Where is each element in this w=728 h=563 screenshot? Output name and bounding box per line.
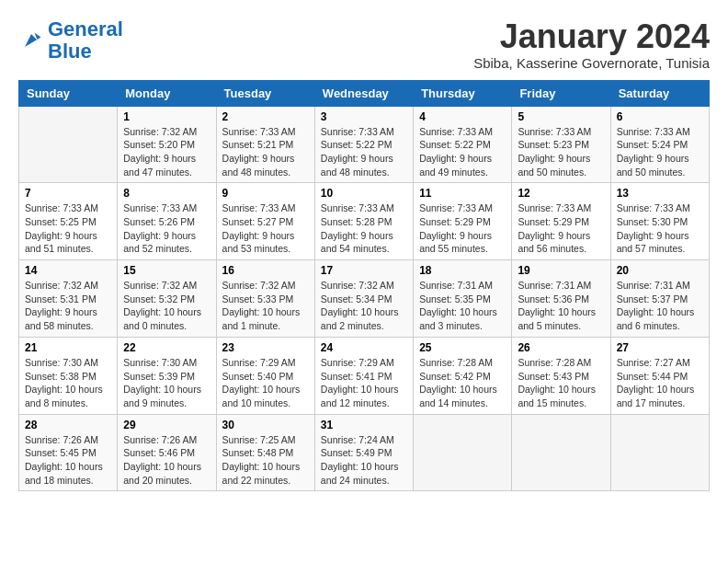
day-info: Sunrise: 7:28 AM Sunset: 5:43 PM Dayligh…: [518, 356, 604, 410]
day-info: Sunrise: 7:30 AM Sunset: 5:39 PM Dayligh…: [123, 356, 210, 410]
day-info: Sunrise: 7:33 AM Sunset: 5:24 PM Dayligh…: [617, 125, 703, 179]
calendar-cell: 8Sunrise: 7:33 AM Sunset: 5:26 PM Daylig…: [118, 183, 216, 260]
location-title: Sbiba, Kasserine Governorate, Tunisia: [473, 55, 710, 71]
day-info: Sunrise: 7:33 AM Sunset: 5:25 PM Dayligh…: [25, 201, 111, 256]
day-info: Sunrise: 7:24 AM Sunset: 5:49 PM Dayligh…: [321, 433, 407, 488]
day-number: 9: [222, 187, 309, 200]
day-number: 12: [518, 187, 604, 200]
calendar-cell: 26Sunrise: 7:28 AM Sunset: 5:43 PM Dayli…: [512, 337, 610, 414]
calendar-cell: 27Sunrise: 7:27 AM Sunset: 5:44 PM Dayli…: [610, 337, 709, 414]
calendar-cell: 20Sunrise: 7:31 AM Sunset: 5:37 PM Dayli…: [610, 260, 709, 338]
calendar-cell: 29Sunrise: 7:26 AM Sunset: 5:46 PM Dayli…: [118, 414, 216, 491]
day-number: 15: [123, 264, 210, 277]
calendar-table: SundayMondayTuesdayWednesdayThursdayFrid…: [18, 80, 710, 492]
day-info: Sunrise: 7:31 AM Sunset: 5:37 PM Dayligh…: [617, 279, 703, 333]
day-info: Sunrise: 7:25 AM Sunset: 5:48 PM Dayligh…: [222, 433, 309, 488]
day-info: Sunrise: 7:33 AM Sunset: 5:30 PM Dayligh…: [617, 201, 703, 256]
day-number: 22: [123, 341, 210, 354]
day-number: 6: [617, 110, 703, 123]
calendar-cell: [414, 414, 512, 491]
day-number: 21: [25, 341, 111, 354]
calendar-cell: 16Sunrise: 7:32 AM Sunset: 5:33 PM Dayli…: [216, 260, 314, 338]
day-number: 29: [123, 419, 210, 431]
calendar-cell: [19, 106, 118, 183]
title-block: January 2024 Sbiba, Kasserine Governorat…: [473, 18, 710, 71]
calendar-cell: 1Sunrise: 7:32 AM Sunset: 5:20 PM Daylig…: [118, 106, 216, 183]
day-number: 16: [222, 264, 309, 277]
day-info: Sunrise: 7:31 AM Sunset: 5:36 PM Dayligh…: [518, 279, 604, 333]
calendar-cell: 30Sunrise: 7:25 AM Sunset: 5:48 PM Dayli…: [216, 414, 314, 491]
week-row-1: 1Sunrise: 7:32 AM Sunset: 5:20 PM Daylig…: [19, 106, 710, 183]
day-number: 23: [222, 341, 309, 354]
day-number: 2: [222, 110, 309, 123]
day-info: Sunrise: 7:26 AM Sunset: 5:45 PM Dayligh…: [25, 433, 111, 488]
calendar-cell: [512, 414, 610, 491]
day-number: 1: [123, 110, 210, 123]
day-number: 10: [321, 187, 407, 200]
day-info: Sunrise: 7:31 AM Sunset: 5:35 PM Dayligh…: [419, 279, 506, 333]
day-number: 19: [518, 264, 604, 277]
day-number: 5: [518, 110, 604, 123]
day-info: Sunrise: 7:33 AM Sunset: 5:27 PM Dayligh…: [222, 201, 309, 256]
day-number: 24: [321, 341, 407, 354]
header-day-saturday: Saturday: [610, 80, 709, 106]
calendar-cell: 22Sunrise: 7:30 AM Sunset: 5:39 PM Dayli…: [118, 337, 216, 414]
day-number: 14: [25, 264, 111, 277]
day-info: Sunrise: 7:33 AM Sunset: 5:28 PM Dayligh…: [321, 201, 407, 256]
header-day-monday: Monday: [118, 80, 216, 106]
day-number: 28: [25, 419, 111, 431]
day-number: 30: [222, 419, 309, 431]
day-info: Sunrise: 7:32 AM Sunset: 5:31 PM Dayligh…: [25, 279, 111, 333]
calendar-cell: 5Sunrise: 7:33 AM Sunset: 5:23 PM Daylig…: [512, 106, 610, 183]
day-info: Sunrise: 7:33 AM Sunset: 5:29 PM Dayligh…: [419, 201, 506, 256]
day-info: Sunrise: 7:33 AM Sunset: 5:26 PM Dayligh…: [123, 201, 210, 256]
day-info: Sunrise: 7:29 AM Sunset: 5:40 PM Dayligh…: [222, 356, 309, 410]
day-number: 7: [25, 187, 111, 200]
header-day-wednesday: Wednesday: [314, 80, 413, 106]
day-info: Sunrise: 7:32 AM Sunset: 5:32 PM Dayligh…: [123, 279, 210, 333]
calendar-cell: 19Sunrise: 7:31 AM Sunset: 5:36 PM Dayli…: [512, 260, 610, 338]
day-number: 4: [419, 110, 506, 123]
header-day-thursday: Thursday: [414, 80, 512, 106]
day-info: Sunrise: 7:33 AM Sunset: 5:21 PM Dayligh…: [222, 125, 309, 179]
calendar-cell: [610, 414, 709, 491]
day-number: 20: [617, 264, 703, 277]
day-number: 13: [617, 187, 703, 200]
calendar-cell: 4Sunrise: 7:33 AM Sunset: 5:22 PM Daylig…: [414, 106, 512, 183]
calendar-cell: 15Sunrise: 7:32 AM Sunset: 5:32 PM Dayli…: [118, 260, 216, 338]
page-header: GeneralBlue January 2024 Sbiba, Kasserin…: [18, 18, 710, 71]
day-info: Sunrise: 7:27 AM Sunset: 5:44 PM Dayligh…: [617, 356, 703, 410]
day-info: Sunrise: 7:26 AM Sunset: 5:46 PM Dayligh…: [123, 433, 210, 488]
day-info: Sunrise: 7:32 AM Sunset: 5:20 PM Dayligh…: [123, 125, 210, 179]
calendar-cell: 2Sunrise: 7:33 AM Sunset: 5:21 PM Daylig…: [216, 106, 314, 183]
day-info: Sunrise: 7:33 AM Sunset: 5:22 PM Dayligh…: [321, 125, 407, 179]
day-info: Sunrise: 7:32 AM Sunset: 5:33 PM Dayligh…: [222, 279, 309, 333]
day-info: Sunrise: 7:33 AM Sunset: 5:22 PM Dayligh…: [419, 125, 506, 179]
day-number: 17: [321, 264, 407, 277]
month-title: January 2024: [473, 18, 710, 55]
calendar-cell: 12Sunrise: 7:33 AM Sunset: 5:29 PM Dayli…: [512, 183, 610, 260]
day-info: Sunrise: 7:29 AM Sunset: 5:41 PM Dayligh…: [321, 356, 407, 410]
calendar-cell: 24Sunrise: 7:29 AM Sunset: 5:41 PM Dayli…: [314, 337, 413, 414]
logo-bird-icon: [18, 28, 44, 53]
day-number: 8: [123, 187, 210, 200]
day-number: 11: [419, 187, 506, 200]
week-row-2: 7Sunrise: 7:33 AM Sunset: 5:25 PM Daylig…: [19, 183, 710, 260]
day-number: 3: [321, 110, 407, 123]
calendar-cell: 11Sunrise: 7:33 AM Sunset: 5:29 PM Dayli…: [414, 183, 512, 260]
day-info: Sunrise: 7:33 AM Sunset: 5:29 PM Dayligh…: [518, 201, 604, 256]
calendar-cell: 17Sunrise: 7:32 AM Sunset: 5:34 PM Dayli…: [314, 260, 413, 338]
svg-marker-0: [25, 33, 41, 47]
week-row-4: 21Sunrise: 7:30 AM Sunset: 5:38 PM Dayli…: [19, 337, 710, 414]
logo: GeneralBlue: [18, 18, 123, 63]
calendar-cell: 10Sunrise: 7:33 AM Sunset: 5:28 PM Dayli…: [314, 183, 413, 260]
calendar-cell: 13Sunrise: 7:33 AM Sunset: 5:30 PM Dayli…: [610, 183, 709, 260]
calendar-header: SundayMondayTuesdayWednesdayThursdayFrid…: [19, 80, 710, 106]
calendar-body: 1Sunrise: 7:32 AM Sunset: 5:20 PM Daylig…: [19, 106, 710, 491]
week-row-5: 28Sunrise: 7:26 AM Sunset: 5:45 PM Dayli…: [19, 414, 710, 491]
day-info: Sunrise: 7:28 AM Sunset: 5:42 PM Dayligh…: [419, 356, 506, 410]
day-number: 31: [321, 419, 407, 431]
day-number: 26: [518, 341, 604, 354]
header-day-friday: Friday: [512, 80, 610, 106]
header-day-sunday: Sunday: [19, 80, 118, 106]
